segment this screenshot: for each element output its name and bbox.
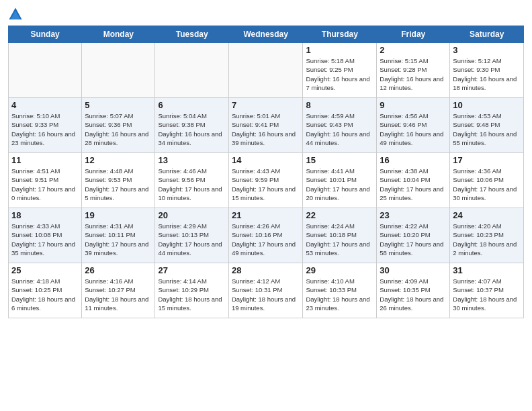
day-number: 11: [11, 155, 79, 165]
day-info: Sunrise: 5:07 AM Sunset: 9:36 PM Dayligh…: [85, 111, 152, 147]
day-info: Sunrise: 4:51 AM Sunset: 9:51 PM Dayligh…: [11, 167, 79, 202]
calendar-day-cell: 6Sunrise: 5:04 AM Sunset: 9:38 PM Daylig…: [155, 98, 228, 153]
day-number: 24: [453, 210, 521, 220]
day-number: 23: [380, 210, 447, 220]
calendar-day-cell: 5Sunrise: 5:07 AM Sunset: 9:36 PM Daylig…: [82, 98, 155, 153]
day-number: 21: [232, 210, 300, 220]
header: [8, 7, 524, 21]
calendar-day-cell: 2Sunrise: 5:15 AM Sunset: 9:28 PM Daylig…: [377, 43, 450, 98]
day-number: 28: [232, 265, 300, 275]
day-of-week-header: Monday: [82, 26, 155, 43]
day-number: 6: [158, 100, 225, 110]
calendar-day-cell: 25Sunrise: 4:18 AM Sunset: 10:25 PM Dayl…: [9, 263, 82, 318]
calendar-day-cell: 17Sunrise: 4:36 AM Sunset: 10:06 PM Dayl…: [450, 153, 524, 208]
day-number: 26: [85, 265, 152, 275]
day-info: Sunrise: 4:22 AM Sunset: 10:20 PM Daylig…: [380, 222, 447, 257]
calendar-day-cell: [82, 43, 155, 98]
day-info: Sunrise: 4:41 AM Sunset: 10:01 PM Daylig…: [306, 167, 373, 202]
day-of-week-header: Saturday: [450, 26, 524, 43]
calendar-day-cell: 18Sunrise: 4:33 AM Sunset: 10:08 PM Dayl…: [9, 208, 82, 263]
calendar-day-cell: 28Sunrise: 4:12 AM Sunset: 10:31 PM Dayl…: [228, 263, 303, 318]
calendar-day-cell: 31Sunrise: 4:07 AM Sunset: 10:37 PM Dayl…: [450, 263, 524, 318]
day-info: Sunrise: 4:31 AM Sunset: 10:11 PM Daylig…: [85, 222, 152, 257]
day-number: 22: [306, 210, 373, 220]
calendar-day-cell: 11Sunrise: 4:51 AM Sunset: 9:51 PM Dayli…: [9, 153, 82, 208]
day-number: 25: [11, 265, 79, 275]
day-number: 13: [158, 155, 225, 165]
day-info: Sunrise: 4:53 AM Sunset: 9:48 PM Dayligh…: [453, 111, 521, 147]
day-info: Sunrise: 5:18 AM Sunset: 9:25 PM Dayligh…: [306, 56, 373, 92]
calendar-day-cell: 26Sunrise: 4:16 AM Sunset: 10:27 PM Dayl…: [82, 263, 155, 318]
day-info: Sunrise: 4:09 AM Sunset: 10:35 PM Daylig…: [380, 277, 447, 312]
day-info: Sunrise: 4:26 AM Sunset: 10:16 PM Daylig…: [232, 222, 300, 257]
calendar-day-cell: 16Sunrise: 4:38 AM Sunset: 10:04 PM Dayl…: [377, 153, 450, 208]
day-number: 7: [232, 100, 300, 110]
day-number: 8: [306, 100, 373, 110]
calendar-day-cell: [155, 43, 228, 98]
calendar-week-row: 1Sunrise: 5:18 AM Sunset: 9:25 PM Daylig…: [9, 43, 524, 98]
calendar-header-row: SundayMondayTuesdayWednesdayThursdayFrid…: [9, 26, 524, 43]
day-info: Sunrise: 4:10 AM Sunset: 10:33 PM Daylig…: [306, 277, 373, 312]
day-number: 14: [232, 155, 300, 165]
calendar-week-row: 25Sunrise: 4:18 AM Sunset: 10:25 PM Dayl…: [9, 263, 524, 318]
day-info: Sunrise: 4:36 AM Sunset: 10:06 PM Daylig…: [453, 167, 521, 202]
calendar-day-cell: 15Sunrise: 4:41 AM Sunset: 10:01 PM Dayl…: [303, 153, 377, 208]
day-info: Sunrise: 4:12 AM Sunset: 10:31 PM Daylig…: [232, 277, 300, 312]
calendar-day-cell: 8Sunrise: 4:59 AM Sunset: 9:43 PM Daylig…: [303, 98, 377, 153]
calendar-day-cell: 9Sunrise: 4:56 AM Sunset: 9:46 PM Daylig…: [377, 98, 450, 153]
day-number: 4: [11, 100, 79, 110]
day-of-week-header: Wednesday: [228, 26, 303, 43]
day-of-week-header: Sunday: [9, 26, 82, 43]
day-info: Sunrise: 4:20 AM Sunset: 10:23 PM Daylig…: [453, 222, 521, 257]
day-number: 5: [85, 100, 152, 110]
day-info: Sunrise: 4:43 AM Sunset: 9:59 PM Dayligh…: [232, 167, 300, 202]
day-info: Sunrise: 4:56 AM Sunset: 9:46 PM Dayligh…: [380, 111, 447, 147]
day-info: Sunrise: 4:16 AM Sunset: 10:27 PM Daylig…: [85, 277, 152, 312]
day-info: Sunrise: 4:33 AM Sunset: 10:08 PM Daylig…: [11, 222, 79, 257]
calendar-day-cell: 21Sunrise: 4:26 AM Sunset: 10:16 PM Dayl…: [228, 208, 303, 263]
calendar-day-cell: 30Sunrise: 4:09 AM Sunset: 10:35 PM Dayl…: [377, 263, 450, 318]
day-number: 10: [453, 100, 521, 110]
day-number: 15: [306, 155, 373, 165]
calendar-week-row: 11Sunrise: 4:51 AM Sunset: 9:51 PM Dayli…: [9, 153, 524, 208]
calendar-day-cell: [9, 43, 82, 98]
day-info: Sunrise: 4:14 AM Sunset: 10:29 PM Daylig…: [158, 277, 225, 312]
day-info: Sunrise: 4:46 AM Sunset: 9:56 PM Dayligh…: [158, 167, 225, 202]
day-number: 17: [453, 155, 521, 165]
day-number: 2: [380, 45, 447, 55]
day-info: Sunrise: 5:12 AM Sunset: 9:30 PM Dayligh…: [453, 56, 521, 92]
day-number: 1: [306, 45, 373, 55]
day-of-week-header: Thursday: [303, 26, 377, 43]
day-info: Sunrise: 5:10 AM Sunset: 9:33 PM Dayligh…: [11, 111, 79, 147]
calendar-day-cell: 29Sunrise: 4:10 AM Sunset: 10:33 PM Dayl…: [303, 263, 377, 318]
day-info: Sunrise: 4:07 AM Sunset: 10:37 PM Daylig…: [453, 277, 521, 312]
day-info: Sunrise: 4:29 AM Sunset: 10:13 PM Daylig…: [158, 222, 225, 257]
day-of-week-header: Friday: [377, 26, 450, 43]
day-info: Sunrise: 4:38 AM Sunset: 10:04 PM Daylig…: [380, 167, 447, 202]
day-number: 31: [453, 265, 521, 275]
calendar-week-row: 18Sunrise: 4:33 AM Sunset: 10:08 PM Dayl…: [9, 208, 524, 263]
calendar-day-cell: 3Sunrise: 5:12 AM Sunset: 9:30 PM Daylig…: [450, 43, 524, 98]
calendar-day-cell: 10Sunrise: 4:53 AM Sunset: 9:48 PM Dayli…: [450, 98, 524, 153]
calendar-day-cell: 7Sunrise: 5:01 AM Sunset: 9:41 PM Daylig…: [228, 98, 303, 153]
day-number: 12: [85, 155, 152, 165]
calendar-day-cell: 22Sunrise: 4:24 AM Sunset: 10:18 PM Dayl…: [303, 208, 377, 263]
day-info: Sunrise: 5:15 AM Sunset: 9:28 PM Dayligh…: [380, 56, 447, 92]
calendar-day-cell: 24Sunrise: 4:20 AM Sunset: 10:23 PM Dayl…: [450, 208, 524, 263]
day-info: Sunrise: 4:59 AM Sunset: 9:43 PM Dayligh…: [306, 111, 373, 147]
day-info: Sunrise: 5:01 AM Sunset: 9:41 PM Dayligh…: [232, 111, 300, 147]
calendar: SundayMondayTuesdayWednesdayThursdayFrid…: [8, 26, 524, 318]
day-number: 29: [306, 265, 373, 275]
calendar-day-cell: 23Sunrise: 4:22 AM Sunset: 10:20 PM Dayl…: [377, 208, 450, 263]
page: SundayMondayTuesdayWednesdayThursdayFrid…: [0, 0, 532, 411]
day-info: Sunrise: 4:48 AM Sunset: 9:53 PM Dayligh…: [85, 167, 152, 202]
day-number: 20: [158, 210, 225, 220]
day-number: 3: [453, 45, 521, 55]
day-info: Sunrise: 4:24 AM Sunset: 10:18 PM Daylig…: [306, 222, 373, 257]
logo-icon: [8, 7, 23, 21]
calendar-day-cell: 14Sunrise: 4:43 AM Sunset: 9:59 PM Dayli…: [228, 153, 303, 208]
day-number: 16: [380, 155, 447, 165]
day-number: 18: [11, 210, 79, 220]
calendar-day-cell: 13Sunrise: 4:46 AM Sunset: 9:56 PM Dayli…: [155, 153, 228, 208]
day-info: Sunrise: 4:18 AM Sunset: 10:25 PM Daylig…: [11, 277, 79, 312]
